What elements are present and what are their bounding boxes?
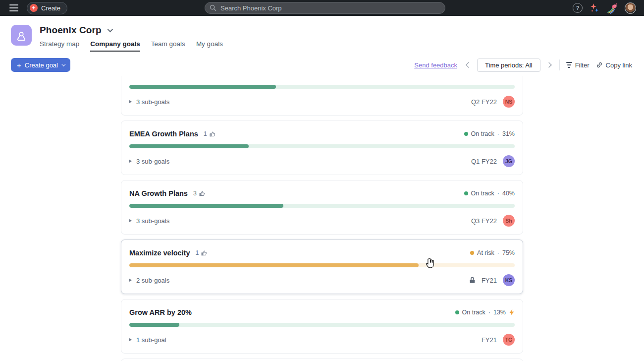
- goal-likes[interactable]: 1: [196, 249, 208, 256]
- chevron-down-icon: [61, 62, 65, 66]
- status-percent: 40%: [502, 190, 515, 197]
- thumbs-up-icon: [209, 131, 215, 137]
- caret-right-icon: [129, 279, 132, 282]
- status-percent: 31%: [502, 130, 515, 137]
- goal-likes[interactable]: 1: [204, 130, 215, 137]
- status-dot-icon: [464, 132, 468, 136]
- filter-button[interactable]: Filter: [566, 61, 590, 69]
- progress-bar-track: [129, 144, 515, 148]
- status-percent: 75%: [502, 249, 515, 256]
- status-separator: ·: [488, 309, 490, 316]
- time-period-next-chevron-icon[interactable]: [546, 62, 551, 67]
- goal-title[interactable]: NA Growth Plans: [129, 189, 188, 197]
- subgoals-expander[interactable]: 3 sub-goals: [129, 158, 169, 165]
- goal-card[interactable]: Grow ARR by 20% On track · 13% 1 sub-goa…: [121, 299, 523, 354]
- tab-my-goals[interactable]: My goals: [196, 40, 223, 52]
- time-period-label: Q2 FY22: [471, 98, 497, 106]
- user-profile-avatar[interactable]: [625, 2, 636, 14]
- send-feedback-link[interactable]: Send feedback: [414, 61, 457, 69]
- progress-bar-fill: [129, 204, 283, 208]
- owner-avatar[interactable]: NS: [503, 96, 515, 108]
- goal-card[interactable]: EMEA Growth Plans 1 On track · 31% 3 sub…: [121, 120, 523, 175]
- owner-avatar[interactable]: JG: [503, 155, 515, 167]
- subgoals-label: 1 sub-goal: [136, 336, 166, 344]
- progress-bar-track: [129, 263, 515, 267]
- header-text: Phoenix Corp Strategy map Company goals …: [40, 25, 223, 52]
- filter-icon: [566, 62, 572, 67]
- status-dot-icon: [455, 310, 459, 314]
- thumbs-up-icon: [201, 250, 207, 256]
- copy-link-button[interactable]: Copy link: [596, 61, 632, 69]
- subgoals-label: 2 sub-goals: [136, 277, 169, 284]
- tab-team-goals[interactable]: Team goals: [151, 40, 185, 52]
- tab-strategy-map[interactable]: Strategy map: [40, 40, 79, 52]
- global-create-button[interactable]: + Create: [27, 2, 67, 14]
- subgoals-expander[interactable]: 2 sub-goals: [129, 277, 169, 284]
- goal-likes[interactable]: 3: [193, 190, 205, 197]
- subgoals-expander[interactable]: 3 sub-goals: [129, 98, 169, 106]
- search-icon: [210, 4, 216, 11]
- subgoals-expander[interactable]: 1 sub-goal: [129, 336, 166, 344]
- progress-bar-fill: [129, 263, 419, 267]
- caret-right-icon: [129, 219, 132, 222]
- create-goal-label: Create goal: [25, 61, 58, 69]
- likes-count: 3: [193, 190, 197, 197]
- mascot-flying-pig-icon[interactable]: [606, 2, 618, 14]
- owner-avatar[interactable]: Sh: [503, 215, 515, 227]
- thumbs-up-icon: [199, 190, 205, 197]
- lightning-bolt-icon: [509, 309, 515, 316]
- time-period-label: Q3 FY22: [471, 217, 497, 225]
- caret-right-icon: [129, 160, 132, 163]
- page-title: Phoenix Corp: [40, 25, 102, 36]
- menu-hamburger-icon[interactable]: [7, 2, 21, 14]
- goal-status: On track · 40%: [464, 190, 515, 197]
- progress-bar-fill: [129, 323, 179, 327]
- organization-avatar-icon: [11, 25, 32, 46]
- toolbar-divider: [559, 60, 560, 70]
- topbar-actions: ?: [573, 2, 639, 14]
- owner-avatar[interactable]: KS: [503, 274, 515, 286]
- time-periods-button[interactable]: Time periods: All: [477, 59, 540, 72]
- global-search: [205, 2, 445, 14]
- create-goal-button[interactable]: + Create goal: [11, 58, 70, 72]
- help-icon[interactable]: ?: [573, 3, 583, 13]
- tab-company-goals[interactable]: Company goals: [90, 40, 140, 52]
- goal-card[interactable]: Maximize velocity 1 At risk · 75% 2 sub-…: [121, 240, 523, 294]
- goal-status: On track · 31%: [464, 130, 515, 137]
- goal-title[interactable]: Maximize velocity: [129, 249, 190, 257]
- goals-toolbar: + Create goal Send feedback Time periods…: [0, 52, 644, 72]
- subgoals-expander[interactable]: 3 sub-goals: [129, 217, 169, 225]
- time-period-prev-chevron-icon[interactable]: [466, 62, 471, 67]
- progress-bar-fill: [129, 85, 276, 89]
- status-separator: ·: [497, 190, 499, 197]
- goal-list-viewport: 3 sub-goals Q2 FY22 NS EMEA Growth Plans…: [0, 76, 644, 361]
- status-dot-icon: [464, 191, 468, 195]
- likes-count: 1: [204, 130, 207, 137]
- owner-avatar[interactable]: TG: [503, 334, 515, 346]
- goal-tabs: Strategy map Company goals Team goals My…: [40, 40, 223, 52]
- status-label: On track: [471, 190, 494, 197]
- time-period-label: Q1 FY22: [471, 158, 497, 165]
- app-window: + Create ?: [0, 0, 644, 361]
- goal-card[interactable]: 3 sub-goals Q2 FY22 NS: [121, 76, 523, 116]
- subgoals-label: 3 sub-goals: [136, 217, 169, 225]
- progress-bar-track: [129, 85, 515, 89]
- goal-title[interactable]: EMEA Growth Plans: [129, 130, 198, 138]
- time-period-label: FY21: [482, 277, 497, 284]
- search-input[interactable]: [205, 2, 445, 14]
- org-switcher-chevron-down-icon[interactable]: [107, 27, 112, 32]
- goal-card[interactable]: [121, 359, 523, 361]
- ai-sparkles-icon[interactable]: [589, 2, 600, 13]
- status-label: At risk: [477, 249, 494, 256]
- subgoals-label: 3 sub-goals: [136, 158, 169, 165]
- status-label: On track: [471, 130, 494, 137]
- caret-right-icon: [129, 100, 132, 103]
- filter-label: Filter: [575, 61, 590, 69]
- subgoals-label: 3 sub-goals: [136, 98, 169, 106]
- status-label: On track: [462, 309, 485, 316]
- progress-bar-track: [129, 204, 515, 208]
- status-separator: ·: [497, 249, 499, 256]
- status-separator: ·: [497, 130, 499, 137]
- goal-title[interactable]: Grow ARR by 20%: [129, 308, 192, 316]
- goal-card[interactable]: NA Growth Plans 3 On track · 40% 3 sub-g…: [121, 180, 523, 235]
